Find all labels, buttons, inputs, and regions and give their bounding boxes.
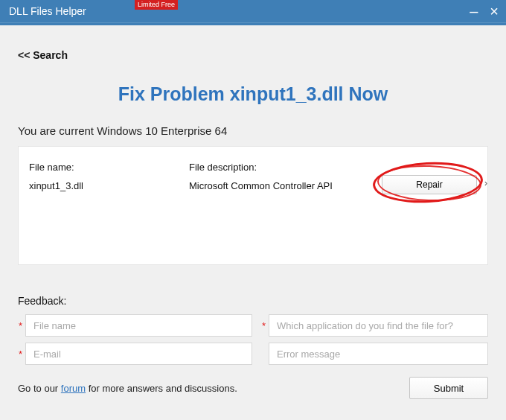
os-info-text: You are current Windows 10 Enterprise 64 — [18, 124, 488, 137]
page-title: Fix Problem xinput1_3.dll Now — [18, 83, 488, 105]
filename-label: File name: — [29, 162, 189, 173]
app-title: DLL Files Helper — [9, 5, 86, 17]
forum-hint-text: Go to our forum for more answers and dis… — [18, 383, 237, 394]
chevron-right-icon: › — [484, 178, 487, 188]
required-star: * — [19, 349, 22, 360]
submit-button[interactable]: Submit — [409, 377, 488, 399]
required-star: * — [19, 320, 22, 331]
window-controls: – × — [470, 6, 499, 16]
repair-button[interactable]: Repair — [382, 175, 477, 194]
minimize-icon[interactable]: – — [470, 6, 478, 16]
required-star: * — [262, 320, 266, 331]
application-input[interactable] — [269, 314, 488, 337]
close-icon[interactable]: × — [490, 6, 499, 16]
filedesc-value: Microsoft Common Controller API — [189, 180, 371, 191]
back-to-search-link[interactable]: << Search — [18, 49, 488, 61]
email-input[interactable] — [25, 343, 252, 365]
file-name-input[interactable] — [25, 314, 252, 337]
forum-link[interactable]: forum — [61, 383, 86, 394]
filename-value: xinput1_3.dll — [29, 180, 189, 191]
forum-suffix: for more answers and discussions. — [86, 383, 237, 394]
limited-free-badge: Limited Free — [135, 0, 178, 10]
file-info-panel: File name: xinput1_3.dll File descriptio… — [18, 146, 488, 265]
title-bar: DLL Files Helper Limited Free – × — [0, 0, 506, 22]
error-message-input[interactable] — [269, 343, 488, 365]
forum-prefix: Go to our — [18, 383, 61, 394]
filedesc-label: File description: — [189, 162, 371, 173]
feedback-heading: Feedback: — [18, 295, 488, 307]
